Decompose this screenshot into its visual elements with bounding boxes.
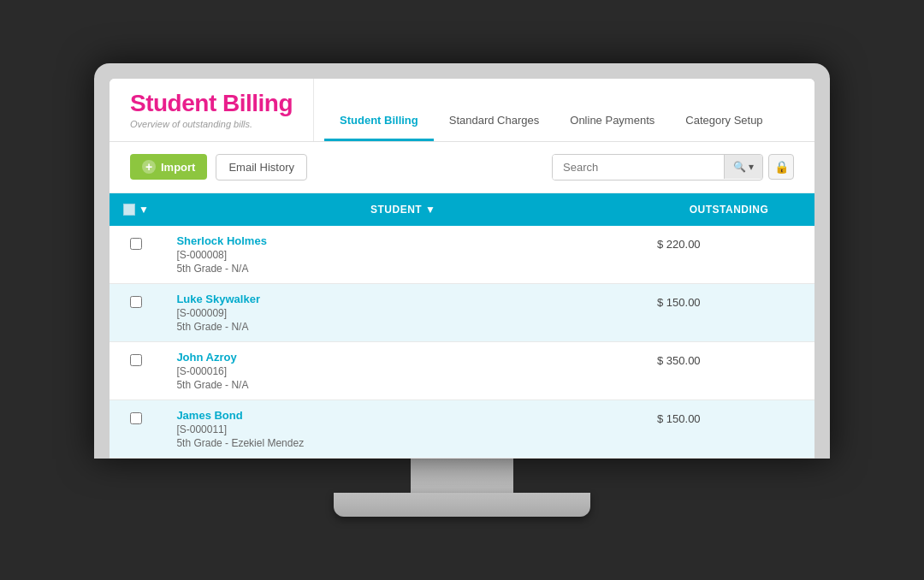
monitor-screen: Student Billing Overview of outstanding … (94, 63, 830, 459)
app-header: Student Billing Overview of outstanding … (110, 79, 814, 142)
email-history-button[interactable]: Email History (216, 154, 307, 181)
student-name-row-2[interactable]: Luke Skywalker (176, 293, 630, 305)
search-icon: 🔍 (733, 161, 746, 173)
row-student-cell-row-3: John Azroy [S-000016] 5th Grade - N/A (163, 341, 643, 399)
table-header-row: ▼ STUDENT ▼ OUTSTANDING (110, 193, 814, 226)
student-grade-row-4: 5th Grade - Ezekiel Mendez (176, 437, 630, 449)
import-label: Import (161, 161, 195, 174)
tab-student-billing[interactable]: Student Billing (324, 100, 434, 141)
student-id-row-2: [S-000009] (176, 307, 630, 319)
student-name-row-3[interactable]: John Azroy (176, 351, 630, 364)
tab-online-payments[interactable]: Online Payments (554, 100, 670, 141)
toolbar-right: 🔍 ▾ 🔒 (552, 154, 794, 181)
row-student-cell-row-1: Sherlock Holmes [S-000008] 5th Grade - N… (163, 226, 643, 284)
search-container: 🔍 ▾ (552, 154, 763, 181)
nav-tabs: Student Billing Standard Charges Online … (314, 79, 794, 141)
search-input[interactable] (553, 155, 724, 180)
student-grade-row-2: 5th Grade - N/A (176, 321, 630, 333)
student-grade-row-1: 5th Grade - N/A (176, 263, 630, 275)
student-name-row-1[interactable]: Sherlock Holmes (176, 234, 630, 247)
import-button[interactable]: + Import (130, 154, 207, 180)
lock-button[interactable]: 🔒 (768, 154, 794, 180)
row-checkbox-cell (110, 283, 163, 341)
student-id-row-1: [S-000008] (176, 249, 630, 261)
toolbar: + Import Email History 🔍 ▾ 🔒 (110, 142, 814, 193)
tab-category-setup[interactable]: Category Setup (670, 100, 778, 141)
lock-icon: 🔒 (774, 160, 789, 174)
table-row: John Azroy [S-000016] 5th Grade - N/A $ … (110, 341, 814, 399)
monitor-wrapper: Student Billing Overview of outstanding … (94, 63, 830, 517)
dropdown-arrow-icon: ▾ (749, 161, 754, 173)
plus-icon: + (142, 160, 156, 174)
row-checkbox-cell (110, 399, 163, 458)
screen-inner: Student Billing Overview of outstanding … (110, 79, 814, 459)
app-subtitle: Overview of outstanding bills. (130, 119, 293, 129)
data-table: ▼ STUDENT ▼ OUTSTANDING Sherl (110, 193, 814, 459)
student-id-row-4: [S-000011] (176, 423, 630, 435)
table-row: Luke Skywalker [S-000009] 5th Grade - N/… (110, 283, 814, 341)
row-outstanding-cell-row-2: $ 150.00 (643, 283, 814, 341)
row-checkbox-cell (110, 226, 163, 284)
table-row: Sherlock Holmes [S-000008] 5th Grade - N… (110, 226, 814, 284)
row-checkbox-row-3[interactable] (130, 354, 142, 366)
tab-standard-charges[interactable]: Standard Charges (434, 100, 555, 141)
row-student-cell-row-2: Luke Skywalker [S-000009] 5th Grade - N/… (163, 283, 643, 341)
app-title: Student Billing (130, 91, 293, 117)
column-header-check[interactable]: ▼ (110, 193, 163, 226)
row-outstanding-cell-row-4: $ 150.00 (643, 399, 814, 458)
row-outstanding-cell-row-1: $ 220.00 (643, 226, 814, 284)
sort-check-icon: ▼ (139, 204, 149, 216)
monitor-base (334, 493, 590, 517)
student-grade-row-3: 5th Grade - N/A (176, 379, 630, 391)
sort-student-icon: ▼ (425, 204, 435, 216)
column-header-outstanding[interactable]: OUTSTANDING (643, 193, 814, 226)
row-checkbox-row-2[interactable] (130, 296, 142, 308)
row-outstanding-cell-row-3: $ 350.00 (643, 341, 814, 399)
row-checkbox-cell (110, 341, 163, 399)
row-checkbox-row-1[interactable] (130, 238, 142, 250)
monitor-neck (411, 459, 513, 493)
select-all-checkbox[interactable] (123, 204, 135, 216)
column-header-student[interactable]: STUDENT ▼ (163, 193, 643, 226)
app-logo-area: Student Billing Overview of outstanding … (130, 79, 314, 141)
row-student-cell-row-4: James Bond [S-000011] 5th Grade - Ezekie… (163, 399, 643, 458)
toolbar-left: + Import Email History (130, 154, 307, 181)
table-body: Sherlock Holmes [S-000008] 5th Grade - N… (110, 226, 814, 459)
student-name-row-4[interactable]: James Bond (176, 409, 630, 422)
student-id-row-3: [S-000016] (176, 365, 630, 377)
search-button[interactable]: 🔍 ▾ (724, 155, 762, 179)
table-row: James Bond [S-000011] 5th Grade - Ezekie… (110, 399, 814, 458)
row-checkbox-row-4[interactable] (130, 412, 142, 424)
